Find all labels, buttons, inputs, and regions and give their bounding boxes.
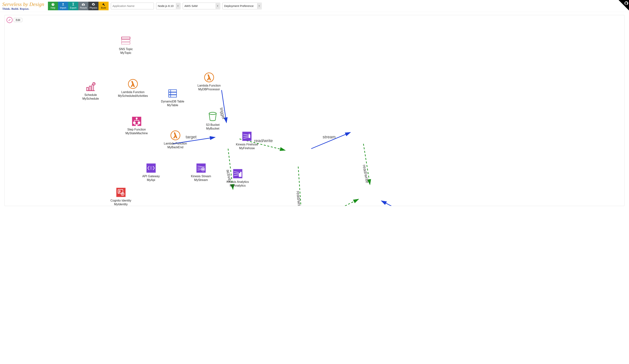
node-dynamodb[interactable]: DynamoDB Table MyTable [161,88,184,107]
help-label: Help [51,6,55,9]
topbar: Serveless by Design Think. Build. Repeat… [0,0,629,12]
node-name: MyApi [147,178,155,182]
chevron-down-icon: ▾ [216,3,220,9]
platform-select[interactable]: AWS SAM ▾ [183,2,220,9]
deploy-select[interactable]: Deployment Preference ▾ [222,2,262,9]
build-button[interactable]: Build [98,2,109,10]
svg-rect-56 [240,172,241,177]
node-lambda-scheduled[interactable]: Lambda Function MyScheduledActivities [118,79,148,98]
svg-rect-16 [122,40,130,42]
svg-rect-26 [169,90,176,92]
svg-text:read/write: read/write [296,191,302,206]
svg-rect-38 [138,122,140,124]
build-label: Build [101,6,106,9]
stepfunction-icon [131,116,142,127]
node-name: MySchedule [82,97,99,100]
node-type: API Gateway [142,175,160,178]
edit-button[interactable]: Edit [6,17,22,23]
picture-label: Picture [80,6,87,9]
node-name: MyTopic [120,51,131,55]
node-api-gateway[interactable]: API Gateway MyApi [142,163,160,182]
node-kinesis-firehose[interactable]: Kinesis Firehose MyFirehose [236,131,258,150]
svg-rect-20 [89,86,91,91]
node-schedule[interactable]: Schedule MySchedule [82,82,99,100]
node-name: MyFirehose [239,146,255,150]
node-type: Cognito Identity [110,199,131,202]
s3-icon [207,111,218,122]
kinesis-firehose-icon [242,131,252,142]
node-lambda-dbprocessor[interactable]: Lambda Function MyDBProcessor [197,72,221,91]
node-step-function[interactable]: Step Function MyStateMachine [125,116,148,135]
node-name: MyBackEnd [167,145,183,149]
github-icon [624,1,628,5]
node-name: MyDBProcessor [198,88,220,91]
svg-rect-15 [122,37,130,39]
svg-text:stream: stream [323,135,336,139]
node-name: MyBucket [206,127,219,130]
svg-rect-21 [92,85,94,91]
picture-button[interactable]: Picture [78,2,88,10]
node-name: MyScheduledActivities [118,94,148,98]
node-type: DynamoDB Table [161,100,184,103]
node-type: Schedule [84,93,97,97]
node-type: Lambda Function [164,142,187,145]
dynamodb-icon [167,88,178,98]
svg-text:target: target [186,135,197,139]
svg-rect-58 [249,135,250,138]
node-cognito[interactable]: Cognito Identity MyIdentity [110,187,131,206]
lambda-icon [128,79,138,89]
wrench-icon [102,3,105,6]
runtime-select[interactable]: Node.js 8.10 ▾ [156,2,180,9]
lambda-icon [204,72,214,83]
physics-button[interactable]: Physics [88,2,98,10]
node-name: MyAnalytics [230,184,246,187]
node-name: MyStateMachine [125,131,148,135]
node-type: Kinesis Stream [191,175,211,178]
help-button[interactable]: Help [48,2,58,10]
svg-text:read/write: read/write [327,205,346,206]
svg-point-42 [136,125,137,126]
svg-rect-17 [122,42,130,44]
app-name-input[interactable] [111,2,154,9]
download-icon [71,3,75,6]
node-type: Kinesis Analytics [227,180,249,184]
node-lambda-backend[interactable]: Lambda Function MyBackEnd [164,130,187,149]
node-sns-topic[interactable]: SNS Topic MyTopic [119,36,133,55]
export-label: Export [70,6,77,9]
upload-icon [61,3,65,6]
import-button[interactable]: Import [58,2,68,10]
chevron-down-icon: ▾ [257,3,261,9]
deploy-value: Deployment Preference [224,4,254,7]
node-type: S3 Bucket [206,123,220,127]
svg-rect-27 [169,92,176,94]
svg-rect-37 [133,122,135,124]
camera-icon [82,3,85,6]
node-kinesis-analytics[interactable]: Kinesis Analytics MyAnalytics [227,169,249,187]
node-kinesis-stream[interactable]: Kinesis Stream MyStream [191,163,211,182]
apigateway-icon [146,163,156,173]
svg-rect-19 [87,88,88,91]
platform-value: AWS SAM [184,4,197,7]
lambda-icon [170,130,181,141]
export-button[interactable]: Export [68,2,78,10]
chevron-down-icon: ▾ [176,3,180,9]
svg-text:destination: destination [394,205,414,206]
kinesis-stream-icon [196,163,206,173]
svg-rect-55 [239,174,240,177]
schedule-icon [85,82,96,92]
kinesis-analytics-icon [233,169,243,179]
corner-ribbon[interactable] [619,0,629,10]
node-s3-bucket[interactable]: S3 Bucket MyBucket [206,111,220,130]
diagram-canvas[interactable]: Edit trigger target read/write stream re… [4,15,625,206]
cognito-icon [116,187,126,198]
logo-subtitle: Think. Build. Repeat. [2,7,44,10]
logo: Serveless by Design Think. Build. Repeat… [2,1,46,10]
physics-label: Physics [89,6,97,9]
node-name: MyTable [167,103,178,107]
logo-title: Serveless by Design [2,1,44,7]
node-type: Lambda Function [197,84,221,88]
pencil-icon [6,17,12,23]
sns-icon [121,36,131,46]
svg-point-44 [209,112,216,115]
node-type: Step Function [127,128,146,131]
